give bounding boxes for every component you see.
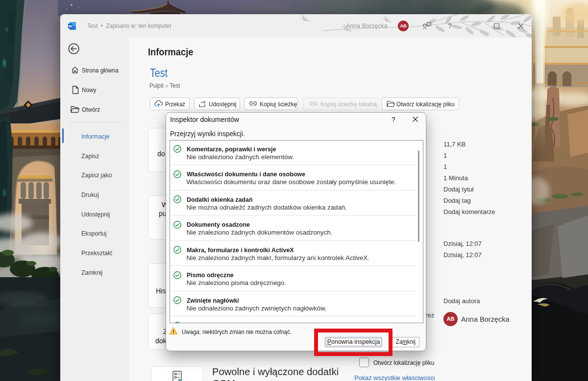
svg-text:W: W xyxy=(69,24,73,28)
